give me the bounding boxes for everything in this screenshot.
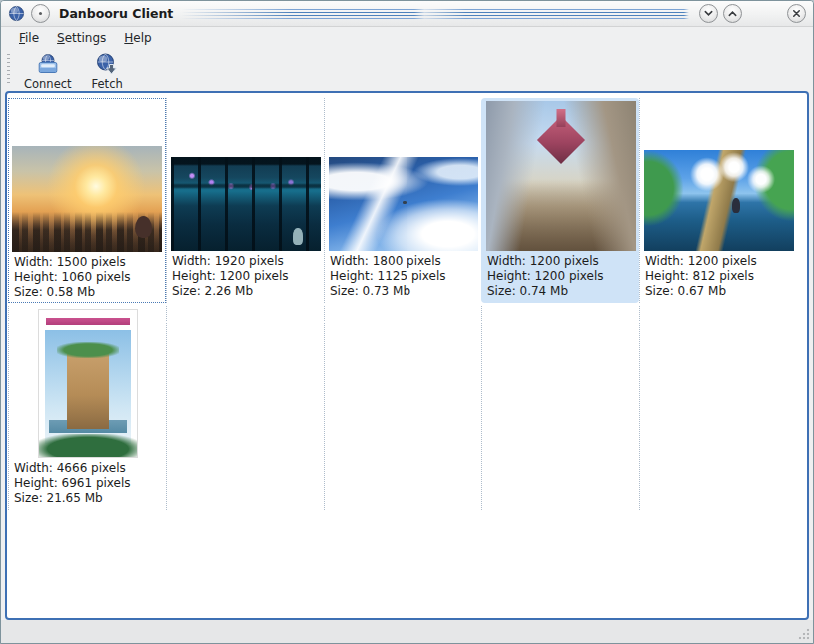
- close-icon: [791, 8, 802, 19]
- menu-file[interactable]: File: [10, 29, 48, 47]
- thumbnail-image-summer-pier: [644, 150, 794, 251]
- toolbar: Connect Fetch: [1, 48, 813, 91]
- thumbnail-image-overgrown-tower: [38, 309, 138, 458]
- empty-cell: [166, 306, 324, 510]
- thumbnail-grid: Width: 1500 pixels Height: 1060 pixels S…: [7, 93, 807, 510]
- chevron-up-icon: [727, 8, 738, 19]
- toolbar-drag-handle[interactable]: [7, 54, 10, 86]
- thumbnail-image-floating-castle: [486, 101, 636, 251]
- minimize-button[interactable]: [699, 4, 718, 23]
- close-button[interactable]: [787, 4, 806, 23]
- size-label: Size: 0.67 Mb: [645, 284, 796, 299]
- thumbnail-box: [483, 99, 638, 251]
- app-window: Danbooru Client File Settings Help: [0, 0, 814, 644]
- thumbnail-view: Width: 1500 pixels Height: 1060 pixels S…: [5, 91, 809, 620]
- size-label: Size: 0.73 Mb: [330, 284, 480, 299]
- app-globe-icon: [8, 5, 25, 22]
- dot-icon: [39, 12, 42, 15]
- fetch-globe-download-icon: [95, 52, 119, 76]
- size-label: Size: 21.65 Mb: [14, 491, 165, 506]
- thumbnail-image-sunset-city: [12, 146, 162, 252]
- statusbar: [1, 620, 813, 643]
- size-label: Size: 2.26 Mb: [172, 284, 323, 299]
- menu-settings[interactable]: Settings: [48, 29, 115, 47]
- maximize-button[interactable]: [723, 4, 742, 23]
- gallery-item-2[interactable]: Width: 1920 pixels Height: 1200 pixels S…: [166, 98, 324, 303]
- gallery-item-3[interactable]: Width: 1800 pixels Height: 1125 pixels S…: [324, 98, 481, 303]
- image-metadata: Width: 1920 pixels Height: 1200 pixels S…: [168, 251, 323, 299]
- gallery-item-1[interactable]: Width: 1500 pixels Height: 1060 pixels S…: [8, 98, 166, 303]
- width-label: Width: 4666 pixels: [14, 461, 165, 476]
- thumbnail-box: [168, 99, 323, 251]
- fetch-button[interactable]: Fetch: [84, 51, 131, 91]
- width-label: Width: 1800 pixels: [330, 254, 480, 269]
- thumbnail-box: [641, 99, 796, 251]
- size-label: Size: 0.58 Mb: [14, 285, 164, 300]
- menu-help[interactable]: Help: [115, 29, 160, 47]
- size-label: Size: 0.74 Mb: [487, 284, 638, 299]
- thumbnail-box: [10, 307, 165, 458]
- image-metadata: Width: 1200 pixels Height: 812 pixels Si…: [641, 251, 796, 299]
- connect-label: Connect: [24, 77, 72, 91]
- width-label: Width: 1920 pixels: [172, 254, 323, 269]
- chevron-down-icon: [703, 8, 714, 19]
- height-label: Height: 6961 pixels: [14, 476, 165, 491]
- empty-cell: [481, 306, 639, 510]
- width-label: Width: 1200 pixels: [645, 254, 796, 269]
- height-label: Height: 1060 pixels: [14, 270, 164, 285]
- connect-button[interactable]: Connect: [16, 51, 80, 91]
- titlebar-stripes: [181, 1, 689, 27]
- image-metadata: Width: 1800 pixels Height: 1125 pixels S…: [326, 251, 480, 299]
- empty-cell: [639, 306, 797, 510]
- thumbnail-box: [326, 99, 480, 251]
- fetch-label: Fetch: [92, 77, 123, 91]
- image-metadata: Width: 1200 pixels Height: 1200 pixels S…: [483, 251, 638, 299]
- width-label: Width: 1200 pixels: [487, 254, 638, 269]
- thumbnail-image-dark-hangar: [171, 157, 321, 251]
- thumbnail-image-cloud-sky: [329, 157, 478, 251]
- window-menu-button[interactable]: [31, 4, 50, 23]
- height-label: Height: 812 pixels: [645, 269, 796, 284]
- image-metadata: Width: 4666 pixels Height: 6961 pixels S…: [10, 458, 165, 506]
- height-label: Height: 1200 pixels: [172, 269, 323, 284]
- resize-grip[interactable]: [798, 628, 810, 640]
- thumbnail-box: [10, 100, 164, 252]
- gallery-item-5[interactable]: Width: 1200 pixels Height: 812 pixels Si…: [639, 98, 797, 303]
- gallery-item-6[interactable]: Width: 4666 pixels Height: 6961 pixels S…: [8, 306, 166, 510]
- window-title: Danbooru Client: [59, 6, 173, 21]
- gallery-item-4[interactable]: Width: 1200 pixels Height: 1200 pixels S…: [481, 98, 639, 303]
- height-label: Height: 1200 pixels: [487, 269, 638, 284]
- width-label: Width: 1500 pixels: [14, 255, 164, 270]
- image-metadata: Width: 1500 pixels Height: 1060 pixels S…: [10, 252, 164, 300]
- window-controls: [699, 4, 806, 23]
- menubar: File Settings Help: [1, 28, 813, 48]
- empty-cell: [324, 306, 481, 510]
- titlebar[interactable]: Danbooru Client: [1, 1, 813, 27]
- height-label: Height: 1125 pixels: [330, 269, 480, 284]
- connect-globe-drawer-icon: [36, 52, 60, 76]
